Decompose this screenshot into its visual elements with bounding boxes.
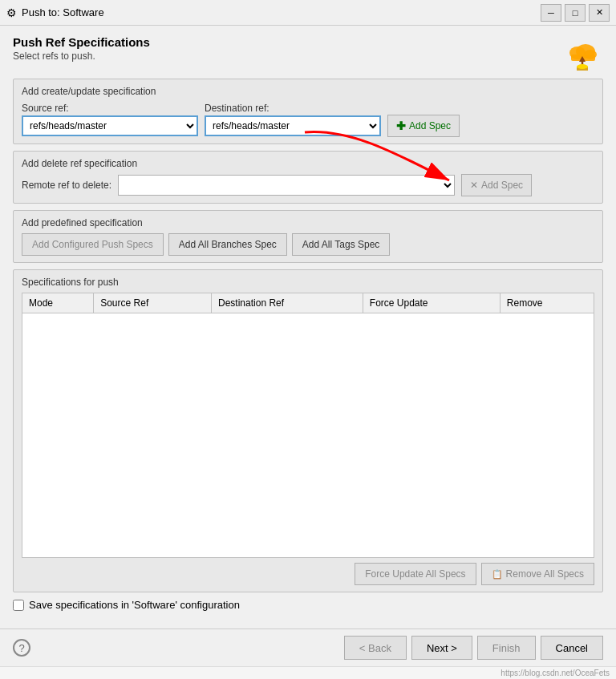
force-update-label: Force Update All Specs [365, 568, 465, 580]
predefined-section: Add predefined specification Add Configu… [13, 210, 603, 263]
create-update-title: Add create/update specification [22, 86, 594, 97]
save-checkbox-wrap: Save specifications in 'Software' config… [13, 599, 240, 611]
remote-ref-label: Remote ref to delete: [22, 180, 111, 191]
header-area: Push Ref Specifications Select refs to p… [13, 35, 603, 71]
remove-all-label: Remove All Specs [506, 568, 584, 580]
plus-icon: ✚ [396, 119, 406, 132]
col-source-ref: Source Ref [94, 293, 212, 313]
dest-ref-select[interactable]: refs/heads/master [205, 115, 381, 136]
title-bar-icon: ⚙ [6, 6, 17, 19]
specs-title: Specifications for push [22, 277, 594, 288]
bottom-bar: ? < Back Next > Finish Cancel [0, 628, 616, 666]
back-button[interactable]: < Back [344, 636, 407, 660]
save-label: Save specifications in 'Software' config… [29, 599, 240, 611]
add-all-branches-spec-button[interactable]: Add All Branches Spec [168, 233, 287, 256]
col-mode: Mode [22, 293, 94, 313]
remove-icon: 📋 [492, 569, 503, 580]
cloud-svg [565, 35, 600, 71]
col-remove: Remove [500, 293, 594, 313]
title-bar-controls: ─ □ ✕ [541, 4, 610, 22]
maximize-button[interactable]: □ [565, 4, 586, 22]
predefined-buttons-row: Add Configured Push Specs Add All Branch… [22, 233, 594, 256]
title-bar-title: Push to: Software [22, 6, 541, 18]
bottom-right: < Back Next > Finish Cancel [344, 636, 603, 660]
remote-ref-select[interactable] [118, 175, 455, 196]
source-ref-select[interactable]: refs/heads/master [22, 115, 198, 136]
add-all-tags-spec-button[interactable]: Add All Tags Spec [292, 233, 391, 256]
predefined-title: Add predefined specification [22, 217, 594, 228]
col-force-update: Force Update [363, 293, 500, 313]
header-text: Push Ref Specifications Select refs to p… [13, 35, 150, 62]
create-update-form-row: Source ref: refs/heads/master Destinatio… [22, 102, 594, 137]
url-text: https://blog.csdn.net/OceaFets [500, 669, 610, 677]
save-row: Save specifications in 'Software' config… [13, 599, 603, 611]
specs-table-container: Mode Source Ref Destination Ref Force Up… [22, 293, 594, 558]
specs-section: Specifications for push Mode Source Ref … [13, 269, 603, 592]
finish-button[interactable]: Finish [477, 636, 536, 660]
title-bar: ⚙ Push to: Software ─ □ ✕ [0, 0, 616, 26]
dialog-body: Push Ref Specifications Select refs to p… [0, 26, 616, 628]
specs-actions: Force Update All Specs 📋 Remove All Spec… [22, 563, 594, 585]
source-ref-group: Source ref: refs/heads/master [22, 103, 198, 136]
page-subtitle: Select refs to push. [13, 51, 150, 62]
cloud-upload-icon [565, 35, 600, 71]
add-spec-create-button[interactable]: ✚ Add Spec [387, 115, 460, 137]
page-title: Push Ref Specifications [13, 35, 150, 49]
dest-ref-group: Destination ref: refs/heads/master [205, 103, 381, 136]
remove-all-specs-button[interactable]: 📋 Remove All Specs [481, 563, 594, 585]
x-icon: ✕ [470, 180, 478, 191]
minimize-button[interactable]: ─ [541, 4, 561, 22]
next-button[interactable]: Next > [411, 636, 472, 660]
add-spec-delete-label: Add Spec [481, 180, 523, 191]
create-update-section: Add create/update specification Source r… [13, 79, 603, 144]
close-button[interactable]: ✕ [589, 4, 610, 22]
svg-point-8 [577, 64, 588, 69]
bottom-left: ? [13, 639, 30, 657]
force-update-all-specs-button[interactable]: Force Update All Specs [355, 563, 476, 585]
url-bar: https://blog.csdn.net/OceaFets [0, 666, 616, 679]
specs-table: Mode Source Ref Destination Ref Force Up… [22, 293, 594, 313]
help-icon-label: ? [18, 642, 24, 654]
delete-ref-title: Add delete ref specification [22, 158, 594, 169]
add-spec-delete-button[interactable]: ✕ Add Spec [461, 174, 532, 196]
dest-ref-label: Destination ref: [205, 103, 381, 114]
add-spec-create-label: Add Spec [409, 120, 451, 131]
save-checkbox[interactable] [13, 600, 24, 611]
table-header-row: Mode Source Ref Destination Ref Force Up… [22, 293, 594, 313]
delete-ref-form-row: Remote ref to delete: ✕ Add Spec [22, 174, 594, 196]
delete-ref-section: Add delete ref specification Remote ref … [13, 151, 603, 204]
col-dest-ref: Destination Ref [212, 293, 363, 313]
source-ref-label: Source ref: [22, 103, 198, 114]
help-button[interactable]: ? [13, 639, 30, 657]
add-configured-push-specs-button[interactable]: Add Configured Push Specs [22, 233, 164, 256]
cancel-button[interactable]: Cancel [541, 636, 603, 660]
